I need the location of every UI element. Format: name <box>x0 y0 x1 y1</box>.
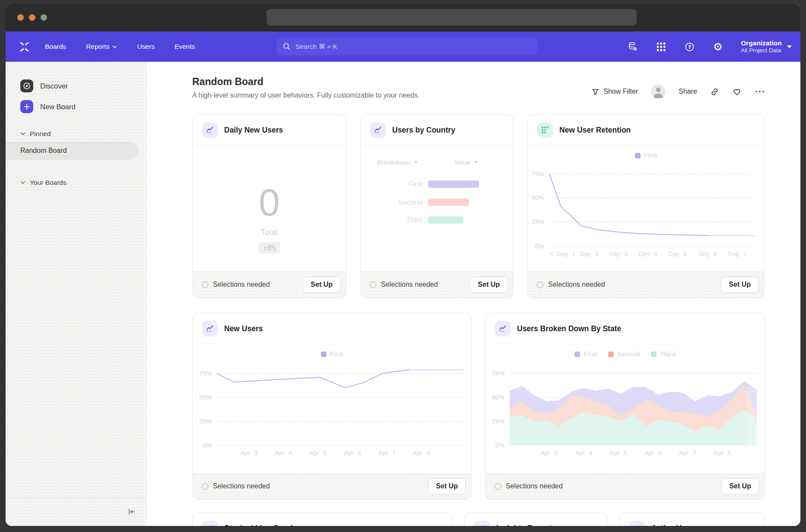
sidebar-item-new-board[interactable]: New Board <box>20 100 147 114</box>
chart-legend: First <box>528 152 764 159</box>
browser-address-bar[interactable] <box>267 9 637 25</box>
search-input[interactable]: Search ⌘ + K <box>276 38 537 55</box>
board-actions: Show Filter Share <box>591 84 765 99</box>
org-switcher[interactable]: Organization All Project Data <box>741 39 792 54</box>
data-management-icon[interactable] <box>628 41 638 52</box>
sidebar-item-random-board[interactable]: Random Board <box>6 142 138 160</box>
card-daily-new-users: Daily New Users 0 Total ↑0% Selections n… <box>192 114 346 298</box>
sidebar-item-discover[interactable]: Discover <box>20 79 147 93</box>
show-filter-button[interactable]: Show Filter <box>591 88 638 96</box>
collapse-sidebar-icon[interactable] <box>127 507 136 516</box>
chart-plot: 75%50%25%0% <box>549 167 755 246</box>
main-nav-menu: Boards Reports Users Events <box>45 43 195 51</box>
nav-item-users[interactable]: Users <box>137 43 154 51</box>
search-placeholder: Search ⌘ + K <box>295 43 337 51</box>
search-icon <box>282 42 291 51</box>
line-chart-icon <box>370 122 386 138</box>
line-chart-icon <box>202 321 218 336</box>
sidebar-section-your-boards[interactable]: Your Boards <box>20 179 147 187</box>
set-up-button[interactable]: Set Up <box>721 478 759 494</box>
sidebar: Discover New Board Pinned Random Board <box>6 62 147 526</box>
more-options-icon[interactable] <box>755 90 765 93</box>
status-text: Selections needed <box>548 281 605 288</box>
card-title: Users by Country <box>392 126 455 135</box>
line-chart-icon <box>495 321 511 336</box>
breakdown-dropdown[interactable]: Breakdown <box>377 158 418 166</box>
navbar-right-controls: ? ⚙ Organization All Project Data <box>628 32 792 62</box>
line-chart-icon <box>629 521 645 526</box>
bar-row: First <box>361 180 513 188</box>
legend-swatch <box>651 352 657 357</box>
apps-grid-icon[interactable] <box>656 42 666 52</box>
favorite-heart-icon[interactable] <box>732 87 742 96</box>
sidebar-item-label: Discover <box>40 82 68 90</box>
person-icon <box>651 84 666 99</box>
card-title: Daily New Users <box>224 126 283 135</box>
window-close-button[interactable] <box>17 14 24 21</box>
set-up-button[interactable]: Set Up <box>428 478 466 494</box>
avatar[interactable] <box>651 84 666 99</box>
bar-label: First <box>361 180 428 188</box>
card-users-by-state: Users Broken Down By State FirstSecondTh… <box>485 313 765 500</box>
show-filter-label: Show Filter <box>603 88 638 95</box>
window-minimize-button[interactable] <box>29 14 35 21</box>
card-new-user-retention: New User Retention First 75%50%25%0% < D… <box>527 114 765 298</box>
dropdown-label: Value <box>454 158 471 166</box>
set-up-button[interactable]: Set Up <box>470 277 508 293</box>
copy-link-icon[interactable] <box>710 87 719 96</box>
sidebar-item-label: New Board <box>40 103 76 111</box>
bar-second <box>428 199 469 206</box>
set-up-button[interactable]: Set Up <box>721 277 758 293</box>
legend-swatch <box>574 352 580 357</box>
browser-window: Boards Reports Users Events Search ⌘ + K <box>6 3 800 526</box>
nav-item-events[interactable]: Events <box>175 43 195 51</box>
org-name: Organization <box>741 39 782 47</box>
dropdown-label: Breakdown <box>377 158 411 166</box>
legend-item: First <box>321 350 343 358</box>
line-chart-icon <box>474 521 490 526</box>
plus-icon <box>20 100 33 113</box>
card-title: Active Users <box>651 524 697 526</box>
status-text: Selections needed <box>506 482 563 490</box>
legend-item: Third <box>651 350 675 358</box>
card-title: New Users <box>224 324 263 333</box>
share-button[interactable]: Share <box>679 88 697 95</box>
status-selections-needed: Selections needed <box>202 482 270 490</box>
metric-label: Total <box>260 228 278 237</box>
chart-xaxis: Apr 3Apr 4Apr 5Apr 6Apr 7Apr 8 <box>510 450 757 458</box>
chart-plot: 75%50%25%0% <box>510 365 757 445</box>
card-title: Insights Report <box>496 524 552 526</box>
chart-xaxis: Apr 3Apr 4Apr 5Apr 6Apr 7Apr 8 <box>217 450 463 458</box>
set-up-button[interactable]: Set Up <box>303 277 340 293</box>
traffic-lights <box>17 14 47 21</box>
bar-label: Second <box>361 198 428 206</box>
page-title: Random Board <box>192 76 419 88</box>
main-content: Random Board A high-level summary of use… <box>147 62 800 526</box>
sidebar-section-label: Pinned <box>30 130 51 138</box>
funnel-icon <box>591 88 600 96</box>
status-text: Selections needed <box>213 482 270 490</box>
mixpanel-logo-icon[interactable] <box>19 41 30 53</box>
help-icon[interactable]: ? <box>684 41 695 52</box>
card-insights-report: Insights Report <box>464 513 607 526</box>
retention-grid-icon <box>537 122 553 138</box>
value-dropdown[interactable]: Value <box>454 158 478 166</box>
status-circle-icon <box>370 282 376 288</box>
legend-item: First <box>635 152 657 159</box>
status-text: Selections needed <box>381 281 438 288</box>
settings-gear-icon[interactable]: ⚙ <box>713 41 723 52</box>
window-titlebar <box>6 3 800 32</box>
sidebar-section-pinned[interactable]: Pinned <box>20 130 147 138</box>
chevron-down-icon <box>20 132 25 136</box>
window-zoom-button[interactable] <box>41 14 47 21</box>
share-label: Share <box>679 88 697 95</box>
sidebar-section-label: Your Boards <box>30 179 67 187</box>
bar-row: Third <box>361 216 513 224</box>
caret-down-icon <box>474 161 478 164</box>
nav-item-reports[interactable]: Reports <box>86 43 117 51</box>
compass-icon <box>20 79 33 92</box>
app-shell: Discover New Board Pinned Random Board <box>6 62 800 526</box>
delta-badge: ↑0% <box>259 242 280 253</box>
org-text: Organization All Project Data <box>741 39 782 54</box>
nav-item-boards[interactable]: Boards <box>45 43 66 51</box>
